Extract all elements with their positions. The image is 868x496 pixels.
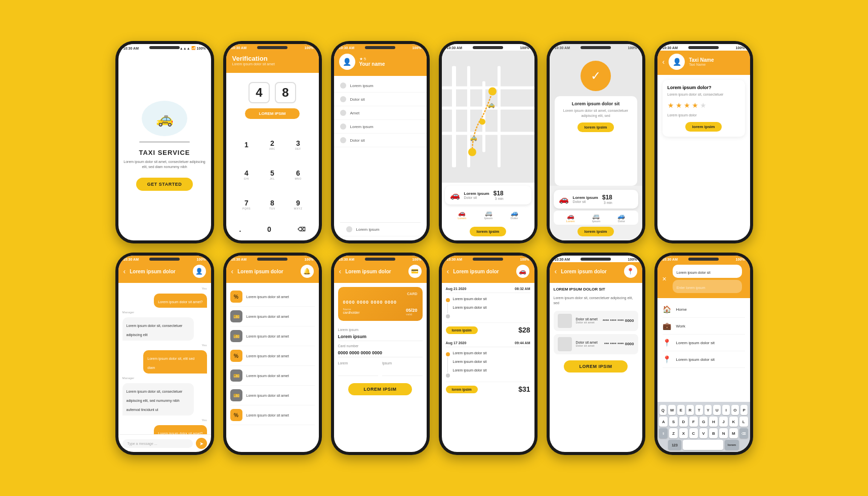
trip-1-btn[interactable]: lorem ipsim bbox=[446, 326, 478, 334]
promo-item-2[interactable]: 🎫Lorem ipsum dolor sit amet bbox=[230, 307, 315, 326]
key-k[interactable]: K bbox=[729, 417, 738, 427]
card-number-input[interactable]: Lorem ipsum bbox=[338, 333, 423, 341]
key-6[interactable]: 6MNO bbox=[286, 160, 311, 189]
keyboard-close-btn[interactable]: × bbox=[663, 275, 667, 283]
confirm-car-2[interactable]: 🚐Ipsum bbox=[592, 213, 600, 223]
payment-back-btn[interactable]: ‹ bbox=[339, 267, 342, 275]
confirm-bottom-btn[interactable]: lorem ipsim bbox=[577, 227, 614, 236]
menu-item-1[interactable]: Lorem ipsum bbox=[334, 79, 427, 93]
key-v[interactable]: V bbox=[699, 428, 708, 438]
key-9[interactable]: 9WXYZ bbox=[286, 190, 311, 219]
key-j[interactable]: J bbox=[719, 417, 728, 427]
key-2[interactable]: 2ABC bbox=[260, 130, 285, 159]
confirm-car-1[interactable]: 🚗Lorem bbox=[566, 213, 575, 223]
key-q[interactable]: Q bbox=[659, 405, 667, 415]
star-3[interactable]: ★ bbox=[684, 101, 690, 109]
key-5[interactable]: 5JKL bbox=[260, 160, 285, 189]
key-w[interactable]: W bbox=[668, 405, 676, 415]
km-item-home[interactable]: 🏠 Home bbox=[663, 301, 745, 318]
menu-item-2[interactable]: Dolor sit bbox=[334, 93, 427, 106]
menu-item-4[interactable]: Lorem ipsum bbox=[334, 120, 427, 134]
star-5[interactable]: ★ bbox=[700, 101, 707, 109]
key-shift[interactable]: ⇧ bbox=[659, 428, 668, 438]
star-4[interactable]: ★ bbox=[692, 101, 698, 109]
promo-item-5[interactable]: 🎫Lorem ipsum dolor sit amet bbox=[230, 366, 315, 386]
promo-icon-5: 🎫 bbox=[230, 369, 242, 382]
key-3[interactable]: 3DEF bbox=[286, 130, 311, 159]
chat-back-btn[interactable]: ‹ bbox=[123, 267, 126, 275]
menu-item-5[interactable]: Dolor sit bbox=[334, 134, 427, 147]
key-z[interactable]: Z bbox=[669, 428, 678, 438]
saved-submit-btn[interactable]: LOREM IPSIM bbox=[564, 360, 627, 373]
car-type-2[interactable]: 🚐Ipsum bbox=[484, 210, 492, 220]
confirm-btn[interactable]: lorem ipsim bbox=[577, 122, 614, 132]
promo-back-btn[interactable]: ‹ bbox=[231, 267, 234, 275]
key-0[interactable]: 0 bbox=[264, 222, 274, 236]
star-2[interactable]: ★ bbox=[676, 101, 682, 109]
rating-btn[interactable]: lorem ipsim bbox=[685, 122, 722, 132]
promo-item-4[interactable]: %Lorem ipsum dolor sit amet bbox=[230, 346, 315, 366]
chat-header: ‹ Lorem ipsum dolor 👤 bbox=[118, 262, 211, 283]
promo-item-3[interactable]: 🎫Lorem ipsum dolor sit amet bbox=[230, 326, 315, 346]
key-lorem[interactable]: lorem bbox=[725, 440, 739, 450]
km-item-work[interactable]: 💼 Work bbox=[663, 318, 745, 335]
key-num-switch[interactable]: 123 bbox=[668, 440, 681, 450]
promo-item-1[interactable]: %Lorem ipsum dolor sit amet bbox=[230, 287, 315, 307]
promo-item-7[interactable]: %Lorem ipsum dolor sit amet bbox=[230, 405, 315, 425]
key-4[interactable]: 4GHI bbox=[234, 160, 259, 189]
key-s[interactable]: S bbox=[669, 417, 678, 427]
car-type-1[interactable]: 🚗Lorem bbox=[458, 210, 466, 220]
key-m[interactable]: M bbox=[729, 428, 738, 438]
rating-back-btn[interactable]: ‹ bbox=[663, 58, 665, 66]
key-u[interactable]: U bbox=[713, 405, 721, 415]
key-x2[interactable]: X bbox=[679, 428, 688, 438]
km-item-place-1[interactable]: 📍 Lorem ipsum dolor sit bbox=[663, 335, 745, 351]
form-number-input[interactable]: 0000 0000 0000 0000 bbox=[338, 349, 423, 357]
key-f[interactable]: F bbox=[689, 417, 698, 427]
key-1[interactable]: 1 bbox=[234, 130, 259, 159]
key-b[interactable]: B bbox=[709, 428, 718, 438]
key-l[interactable]: L bbox=[739, 417, 748, 427]
promo-item-6[interactable]: 🎫Lorem ipsum dolor sit amet bbox=[230, 386, 315, 405]
key-n[interactable]: N bbox=[719, 428, 728, 438]
key-7[interactable]: 7PQRS bbox=[234, 190, 259, 219]
verify-btn[interactable]: LOREM IPSIM bbox=[245, 108, 300, 119]
km-item-place-2[interactable]: 📍 Lorem ipsum dolor sit bbox=[663, 351, 745, 368]
key-t[interactable]: T bbox=[695, 405, 703, 415]
key-c[interactable]: C bbox=[689, 428, 698, 438]
saved-card-1[interactable]: Dolor sit amet Dolor sit amet **** **** … bbox=[554, 311, 638, 331]
saved-back-btn[interactable]: ‹ bbox=[555, 267, 557, 275]
key-8[interactable]: 8TUV bbox=[260, 190, 285, 219]
get-started-button[interactable]: GET STARTED bbox=[136, 178, 193, 191]
history-back-btn[interactable]: ‹ bbox=[447, 267, 449, 275]
payment-submit-btn[interactable]: LOREM IPSIM bbox=[348, 383, 411, 395]
key-g[interactable]: G bbox=[699, 417, 708, 427]
map-order-btn[interactable]: lorem ipsim bbox=[470, 227, 507, 236]
key-o[interactable]: O bbox=[731, 405, 739, 415]
send-button[interactable]: ➤ bbox=[196, 438, 207, 449]
form-name-select[interactable] bbox=[338, 367, 379, 376]
confirm-car-3[interactable]: 🚙Dolor bbox=[617, 213, 625, 223]
chat-input[interactable]: Type a message ... bbox=[122, 439, 193, 448]
key-dot[interactable]: . bbox=[236, 222, 244, 236]
key-a[interactable]: A bbox=[659, 417, 668, 427]
key-space[interactable] bbox=[683, 440, 723, 450]
car-type-3[interactable]: 🚙Dolor bbox=[511, 210, 518, 220]
star-1[interactable]: ★ bbox=[668, 101, 674, 109]
key-h[interactable]: H bbox=[709, 417, 718, 427]
key-i[interactable]: I bbox=[722, 405, 730, 415]
key-backspace[interactable]: ⌫ bbox=[739, 428, 748, 438]
trip-2-btn[interactable]: lorem ipsim bbox=[446, 386, 478, 393]
saved-card-2[interactable]: Dolor sit amet Dolor sit amet *** **** *… bbox=[554, 334, 638, 354]
menu-item-bottom[interactable]: Lorem ipsum bbox=[340, 222, 421, 236]
key-p[interactable]: P bbox=[740, 405, 748, 415]
key-r[interactable]: R bbox=[686, 405, 694, 415]
key-del[interactable]: ⌫ bbox=[295, 222, 309, 236]
work-icon: 💼 bbox=[663, 322, 671, 330]
search-input-bar[interactable]: Enter lorem ipsum bbox=[673, 280, 742, 293]
form-valid-select[interactable] bbox=[382, 367, 423, 376]
key-y[interactable]: Y bbox=[705, 405, 712, 415]
key-d[interactable]: D bbox=[679, 417, 688, 427]
key-e[interactable]: E bbox=[677, 405, 685, 415]
menu-item-3[interactable]: Amet bbox=[334, 106, 427, 120]
